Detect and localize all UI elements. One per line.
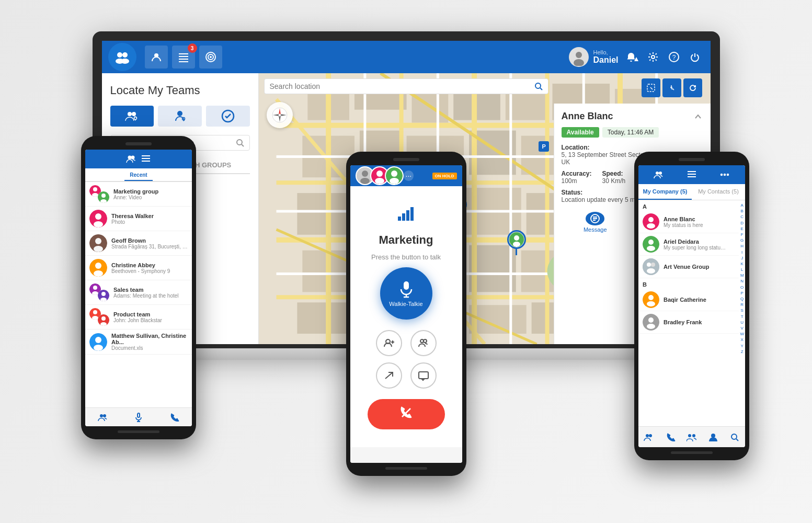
- map-tool-touch[interactable]: [662, 78, 681, 97]
- list-item[interactable]: Marketing group Anne: Video: [85, 182, 192, 207]
- pr-icon-menu[interactable]: [719, 169, 730, 180]
- chevron-up-icon[interactable]: [693, 111, 703, 122]
- list-item[interactable]: Theresa Walker Photo: [85, 207, 192, 231]
- phone-left-speaker: [125, 142, 152, 145]
- svg-point-117: [94, 345, 103, 351]
- pr-avatar: [643, 213, 659, 230]
- pr-contact-info: Anne Blanc My status is here: [664, 216, 735, 228]
- status-badge: Available: [562, 127, 599, 138]
- svg-line-176: [736, 439, 738, 441]
- group-btn[interactable]: [410, 330, 437, 356]
- speed-label: Speed:: [602, 170, 626, 177]
- contact-status: Strada Făgăraș 31, București, Romania: [111, 244, 188, 249]
- footer-groups-icon[interactable]: [644, 432, 654, 442]
- svg-point-166: [647, 301, 655, 306]
- svg-rect-136: [404, 281, 409, 290]
- list-item[interactable]: Bradley Frank: [638, 311, 739, 334]
- contact-info: Christine Abbey Beethoven - Symphony 9: [111, 262, 188, 274]
- end-call-btn[interactable]: [368, 399, 445, 429]
- list-item[interactable]: Baqir Catherine: [638, 289, 739, 311]
- group-avatars: [89, 283, 109, 301]
- footer-call-icon[interactable]: [665, 432, 676, 442]
- tab-check[interactable]: [206, 106, 250, 127]
- map-search-bar[interactable]: [264, 78, 548, 94]
- svg-point-161: [647, 263, 651, 267]
- bell-icon[interactable]: [623, 48, 642, 66]
- group-avatars: [89, 185, 109, 203]
- contact-avatar: [89, 234, 107, 252]
- map-tool-select[interactable]: [642, 78, 660, 97]
- message-action-btn[interactable]: Message: [562, 212, 630, 233]
- help-icon[interactable]: ?: [665, 48, 683, 66]
- phone-center-home-bar: [385, 467, 427, 470]
- svg-rect-8: [179, 61, 188, 62]
- svg-point-96: [94, 221, 103, 228]
- map-tool-refresh[interactable]: [683, 78, 702, 97]
- contact-name: Matthew Sullivan, Christine Ab...: [111, 333, 188, 345]
- contact-name: Product team: [113, 311, 188, 317]
- scene: 3: [0, 0, 812, 523]
- tab-my-contacts[interactable]: My Contacts (5): [692, 184, 745, 200]
- svg-line-26: [242, 144, 244, 146]
- alphabet-bar[interactable]: ABCDEFGHIJKLMNOPQRSTUVWXYZ: [739, 200, 745, 426]
- mic-icon: [397, 280, 416, 299]
- section-label-b: B: [638, 278, 739, 289]
- footer-mic-icon[interactable]: [133, 412, 144, 423]
- message-btn[interactable]: [410, 362, 437, 389]
- svg-rect-5: [179, 53, 188, 54]
- contact-status: Beethoven - Symphony 9: [111, 268, 188, 274]
- nav-icon-lists[interactable]: 3: [172, 46, 195, 69]
- power-icon[interactable]: [685, 48, 704, 66]
- walkie-label: Walkie-Talkie: [389, 301, 422, 307]
- phone-left-screen: Recent: [85, 150, 192, 426]
- list-item[interactable]: Ariel Deidara My super long long status …: [638, 233, 739, 256]
- nav-icon-contacts[interactable]: [145, 46, 168, 69]
- list-item[interactable]: Product team John: John Blackstar: [85, 305, 192, 329]
- list-item[interactable]: Anne Blanc My status is here: [638, 211, 739, 233]
- map-tools: [642, 78, 702, 97]
- add-person-btn[interactable]: [376, 330, 402, 356]
- accuracy-label: Accuracy:: [562, 170, 592, 177]
- contact-status: My status is here: [664, 222, 726, 228]
- accuracy-block: Accuracy: 100m: [562, 170, 592, 185]
- parking-sign-2: P: [539, 141, 549, 152]
- footer-team-icon[interactable]: [687, 432, 697, 442]
- pr-icon-contacts[interactable]: [654, 169, 664, 180]
- svg-point-101: [95, 263, 101, 269]
- footer-call-icon[interactable]: [169, 412, 179, 423]
- nav-icon-target[interactable]: [199, 46, 222, 69]
- svg-point-116: [95, 337, 101, 343]
- list-item[interactable]: Sales team Adams: Meeting at the hotel: [85, 280, 192, 305]
- settings-icon[interactable]: [644, 48, 662, 66]
- list-item[interactable]: Christine Abbey Beethoven - Symphony 9: [85, 256, 192, 280]
- map-search-input[interactable]: [270, 82, 530, 90]
- pr-icon-list[interactable]: [687, 169, 697, 180]
- accuracy-value: 100m: [562, 177, 592, 185]
- footer-person-icon[interactable]: [708, 432, 718, 442]
- tab-my-company[interactable]: My Company (5): [638, 184, 692, 200]
- list-item[interactable]: Geoff Brown Strada Făgăraș 31, București…: [85, 231, 192, 256]
- transfer-btn[interactable]: [376, 362, 402, 389]
- svg-point-162: [651, 263, 655, 267]
- svg-point-99: [94, 246, 103, 252]
- list-item[interactable]: Matthew Sullivan, Christine Ab... Docume…: [85, 329, 192, 355]
- tab-person-location[interactable]: [158, 106, 202, 127]
- speed-value: 30 Km/h: [602, 177, 626, 185]
- tab-group-location[interactable]: [110, 106, 154, 127]
- map-compass[interactable]: [267, 102, 293, 128]
- footer-search-icon[interactable]: [729, 432, 740, 442]
- walkie-talkie-btn[interactable]: Walkie-Talkie: [380, 267, 432, 320]
- phone-right: My Company (5) My Contacts (5) A An: [634, 152, 749, 460]
- footer-groups-icon[interactable]: [98, 412, 108, 423]
- pr-avatar: [643, 314, 659, 331]
- contact-name: Bradley Frank: [664, 319, 735, 325]
- svg-rect-7: [179, 59, 188, 60]
- pl-tab-active[interactable]: Recent: [124, 172, 152, 181]
- svg-rect-135: [410, 207, 414, 221]
- contact-status: My super long long status is here can be…: [664, 245, 726, 251]
- svg-point-81: [513, 242, 520, 247]
- info-header: Anne Blanc: [562, 111, 703, 122]
- list-item[interactable]: Art Venue Group: [638, 256, 739, 278]
- svg-rect-120: [138, 413, 140, 417]
- svg-point-131: [390, 178, 399, 184]
